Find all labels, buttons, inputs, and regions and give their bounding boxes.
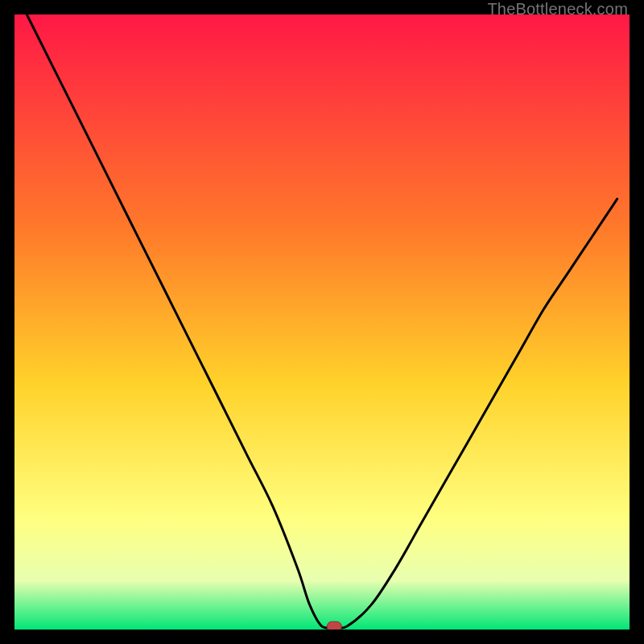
chart-frame: TheBottleneck.com [0, 0, 644, 644]
watermark-text: TheBottleneck.com [487, 0, 628, 19]
bottleneck-chart [14, 14, 630, 630]
optimum-marker [327, 621, 341, 630]
plot-area [14, 14, 630, 630]
